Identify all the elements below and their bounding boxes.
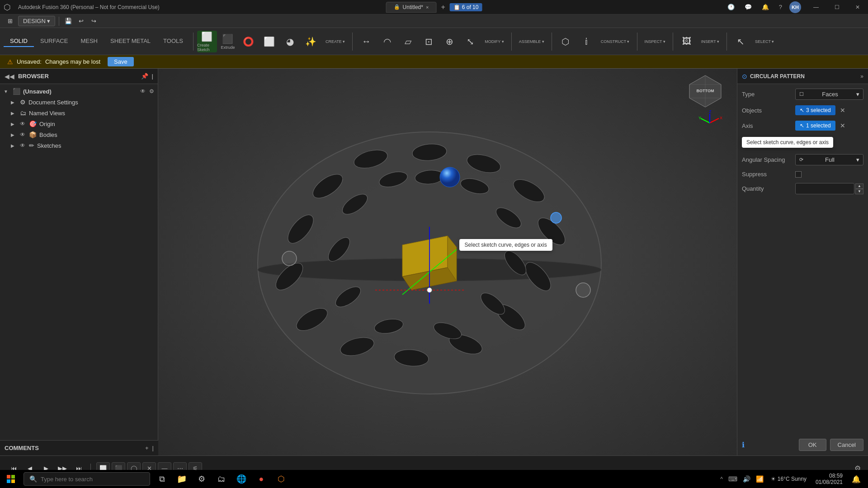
pattern-button[interactable]: ✨ <box>301 31 321 52</box>
extrude-button[interactable]: ⬛ Extrude <box>218 31 238 52</box>
browser-item-doc-settings[interactable]: ▶ ⚙ Document Settings <box>0 97 158 108</box>
3d-scene <box>158 69 737 455</box>
design-mode-button[interactable]: DESIGN ▾ <box>18 16 55 26</box>
app1-icon: ● <box>259 474 264 484</box>
tab-mesh[interactable]: MESH <box>74 36 104 47</box>
create-sketch-button[interactable]: ⬜ Create Sketch <box>197 31 217 52</box>
suppress-checkbox[interactable] <box>795 171 802 178</box>
undo-button[interactable]: ↩ <box>75 16 86 27</box>
construct-plane-button[interactable]: ⬡ <box>556 31 576 52</box>
comments-more-button[interactable]: | <box>152 445 154 451</box>
close-window-button[interactable]: ✕ <box>847 0 868 14</box>
browser-item-named-views[interactable]: ▶ 🗂 Named Views <box>0 108 158 118</box>
inspect-dropdown-button[interactable]: INSPECT ▾ <box>641 31 669 52</box>
type-dropdown[interactable]: ☐ Faces ▾ <box>795 89 863 100</box>
volume-icon[interactable]: 🔊 <box>741 475 752 483</box>
axis-clear-button[interactable]: ✕ <box>837 121 848 130</box>
visibility-icon[interactable]: 👁 <box>20 121 25 127</box>
axis-selected-button[interactable]: ↖ 1 selected <box>795 121 835 131</box>
warning-icon: ⚠ <box>7 58 13 66</box>
faces-icon: ☐ <box>799 91 804 97</box>
visibility-icon[interactable]: 👁 <box>20 131 25 138</box>
insert-image-button[interactable]: 🖼 <box>677 31 697 52</box>
minimize-button[interactable]: — <box>806 0 826 14</box>
quantity-stepper[interactable]: ▲ ▼ <box>855 183 863 194</box>
comments-add-button[interactable]: + <box>145 445 149 451</box>
taskbar-chevron-icon[interactable]: ^ <box>718 476 725 482</box>
tab-close-button[interactable]: × <box>426 5 429 10</box>
panel-expand-button[interactable]: » <box>860 73 863 80</box>
session-count-badge[interactable]: 📋 6 of 10 <box>450 3 482 11</box>
assemble-dropdown-button[interactable]: ASSEMBLE ▾ <box>515 31 548 52</box>
construct-dropdown-button[interactable]: CONSTRUCT ▾ <box>597 31 633 52</box>
quantity-up-button[interactable]: ▲ <box>855 183 863 189</box>
press-pull-button[interactable]: ↔ <box>356 31 376 52</box>
angular-spacing-dropdown[interactable]: ⟳ Full ▾ <box>795 154 863 165</box>
scale-button[interactable]: ⤡ <box>460 31 480 52</box>
quantity-down-button[interactable]: ▼ <box>855 189 863 194</box>
visibility-icon[interactable]: 👁 <box>140 88 146 94</box>
help-icon[interactable]: ? <box>776 3 785 11</box>
save-button[interactable]: Save <box>108 57 134 66</box>
svg-rect-49 <box>7 475 10 479</box>
tab-surface[interactable]: SURFACE <box>34 36 74 47</box>
avatar[interactable]: KH <box>789 1 801 13</box>
tab-sheet-metal[interactable]: SHEET METAL <box>104 36 157 47</box>
box-icon: ⬜ <box>264 36 275 47</box>
save-button[interactable]: 💾 <box>63 16 74 27</box>
sphere-button[interactable]: ◕ <box>280 31 300 52</box>
tab-tools[interactable]: TOOLS <box>157 36 189 47</box>
select-button[interactable]: ↖ <box>731 31 750 52</box>
objects-clear-button[interactable]: ✕ <box>837 106 848 115</box>
browser-button[interactable]: 🌐 <box>231 470 251 488</box>
tab-add-button[interactable]: + <box>436 1 449 13</box>
grid-menu-button[interactable]: ⊞ <box>4 15 16 28</box>
tab-untitled[interactable]: 🔒 Untitled* × <box>386 2 437 13</box>
objects-selected-button[interactable]: ↖ 3 selected <box>795 105 835 115</box>
file-explorer-button[interactable]: 📁 <box>172 470 192 488</box>
ok-button[interactable]: OK <box>799 439 826 451</box>
app1-button[interactable]: ● <box>251 470 271 488</box>
fusion360-taskbar-button[interactable]: ⬡ <box>271 470 291 488</box>
browser-item-root[interactable]: ▼ ⬛ (Unsaved) 👁 ⚙ <box>0 86 158 97</box>
quantity-input[interactable]: 4 <box>795 183 854 194</box>
browser-title: BROWSER <box>18 73 137 80</box>
shell-button[interactable]: ⊡ <box>419 31 439 52</box>
info-icon[interactable]: ℹ <box>742 441 745 449</box>
browser-pin-button[interactable]: 📌 <box>141 73 148 80</box>
search-bar[interactable]: 🔍 <box>24 472 150 486</box>
visibility-icon[interactable]: 👁 <box>20 142 25 149</box>
browser-collapse-button[interactable]: ◀◀ <box>5 73 14 80</box>
browser-item-bodies[interactable]: ▶ 👁 📦 Bodies <box>0 129 158 140</box>
revolve-button[interactable]: ⭕ <box>239 31 259 52</box>
notification-center-button[interactable]: 🔔 <box>848 470 864 488</box>
select-dropdown-button[interactable]: SELECT ▾ <box>751 31 778 52</box>
modify-dropdown-button[interactable]: MODIFY ▾ <box>481 31 507 52</box>
settings-icon[interactable]: ⚙ <box>149 88 154 94</box>
chamfer-button[interactable]: ▱ <box>398 31 418 52</box>
viewport[interactable]: BOTTOM X Y Z <box>158 69 737 455</box>
browser-item-sketches[interactable]: ▶ 👁 ✏ Sketches <box>0 140 158 151</box>
box-button[interactable]: ⬜ <box>259 31 279 52</box>
search-input[interactable] <box>41 476 144 483</box>
tab-solid[interactable]: SOLID <box>4 36 34 47</box>
redo-button[interactable]: ↪ <box>88 16 99 27</box>
start-button[interactable] <box>0 470 22 488</box>
bell-icon[interactable]: 🔔 <box>759 3 772 11</box>
browser-more-button[interactable]: | <box>152 73 153 80</box>
wifi-icon[interactable]: 📶 <box>754 475 765 483</box>
insert-dropdown-button[interactable]: INSERT ▾ <box>698 31 723 52</box>
comment-icon[interactable]: 💬 <box>742 3 755 11</box>
canvas-area[interactable]: BOTTOM X Y Z <box>158 69 737 455</box>
task-view-button[interactable]: ⧉ <box>152 470 172 488</box>
settings-button[interactable]: ⚙ <box>192 470 212 488</box>
maximize-button[interactable]: ☐ <box>826 0 847 14</box>
cancel-button[interactable]: Cancel <box>830 439 863 451</box>
combine-button[interactable]: ⊕ <box>439 31 459 52</box>
clock-icon[interactable]: 🕐 <box>725 3 737 11</box>
browser-item-origin[interactable]: ▶ 👁 🎯 Origin <box>0 118 158 129</box>
file-manager-button[interactable]: 🗂 <box>212 470 231 488</box>
construct-axis-button[interactable]: 𝕚 <box>576 31 596 52</box>
fillet-button[interactable]: ◠ <box>377 31 397 52</box>
create-dropdown-button[interactable]: CREATE ▾ <box>322 31 349 52</box>
